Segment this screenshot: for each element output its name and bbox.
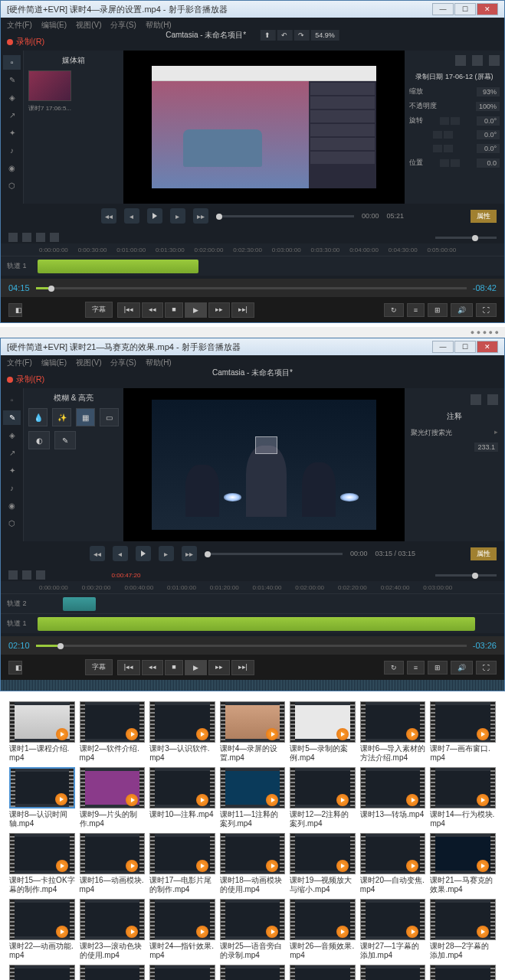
- record-button[interactable]: 录制(R): [7, 374, 44, 385]
- video-thumbnail[interactable]: [430, 701, 496, 743]
- tl-zoom[interactable]: [435, 237, 497, 239]
- redo-btn[interactable]: ↷: [293, 30, 309, 41]
- undo-btn[interactable]: ↶: [277, 30, 292, 41]
- video-thumbnail[interactable]: [149, 965, 215, 980]
- video-thumbnail[interactable]: [9, 833, 75, 874]
- gallery-item[interactable]: 课时12—2注释的案列.mp4: [290, 767, 356, 828]
- ext-prev[interactable]: |◂◂: [117, 660, 140, 675]
- properties-button[interactable]: 属性: [471, 547, 497, 560]
- sidebar-audio[interactable]: ♪: [3, 143, 21, 158]
- gallery-item[interactable]: 课时16—动画模块.mp4: [80, 833, 146, 894]
- timeline-track-1[interactable]: 轨道 1: [1, 613, 504, 633]
- video-thumbnail[interactable]: [9, 899, 75, 940]
- zoom-level[interactable]: 54.9%: [310, 30, 339, 41]
- menu-view[interactable]: 视图(V): [76, 20, 101, 31]
- video-thumbnail[interactable]: [360, 833, 426, 874]
- prev-button[interactable]: ◂◂: [101, 208, 116, 224]
- gallery-item[interactable]: 课时18—动画模块的使用.mp4: [220, 833, 286, 894]
- props-tab-2[interactable]: [472, 55, 483, 66]
- video-thumbnail[interactable]: [80, 833, 146, 874]
- sidebar-annotation[interactable]: ✎: [3, 410, 21, 425]
- sidebar-visual[interactable]: ◉: [3, 161, 21, 175]
- ext-prev[interactable]: |◂◂: [117, 302, 140, 318]
- gallery-item[interactable]: 课时3—认识软件.mp4: [149, 701, 215, 763]
- menu-edit[interactable]: 编辑(E): [41, 20, 67, 31]
- video-thumbnail[interactable]: [290, 767, 356, 808]
- menu-edit[interactable]: 编辑(E): [41, 358, 67, 368]
- ext-rewind[interactable]: ◂◂: [142, 660, 163, 675]
- ext-forward[interactable]: ▸▸: [208, 660, 230, 675]
- gallery-item[interactable]: 课时23—滚动色块的使用.mp4: [80, 899, 146, 960]
- subtitle-button[interactable]: 字幕: [85, 302, 113, 318]
- maximize-button[interactable]: ☐: [454, 3, 476, 15]
- props-tab-1[interactable]: [455, 55, 466, 66]
- next-button[interactable]: ▸▸: [182, 546, 197, 561]
- timeline-track-2[interactable]: 轨道 2: [1, 593, 504, 613]
- menu-view[interactable]: 视图(V): [76, 358, 101, 368]
- video-thumbnail[interactable]: [149, 701, 215, 743]
- sidebar-media[interactable]: ▫: [3, 55, 21, 70]
- gallery-item[interactable]: 课时21—马赛克的效果.mp4: [430, 833, 496, 894]
- fx-focus[interactable]: ▭: [100, 408, 119, 426]
- timeline-ruler[interactable]: 0:00:00:000:00:20:000:00:40:00 0:01:00:0…: [1, 581, 504, 593]
- gallery-item[interactable]: 课时7—画布窗口.mp4: [430, 701, 496, 763]
- video-thumbnail[interactable]: [9, 701, 75, 743]
- gallery-item[interactable]: 课时33—标记的使用.mp4: [290, 965, 356, 980]
- tl-zoom[interactable]: [435, 574, 497, 577]
- gallery-item[interactable]: 课时20—自动变焦.mp4: [360, 833, 426, 894]
- ext-scrubber[interactable]: [36, 645, 467, 647]
- sidebar-media[interactable]: ▫: [3, 393, 21, 407]
- record-button[interactable]: 录制(R): [7, 36, 44, 47]
- gallery-item[interactable]: 课时24—指针效果.mp4: [149, 899, 215, 960]
- video-thumbnail[interactable]: [80, 701, 146, 743]
- sidebar-audio[interactable]: ♪: [3, 481, 21, 495]
- gallery-item[interactable]: 课时19—视频放大与缩小.mp4: [290, 833, 356, 894]
- ext-fullscreen[interactable]: ⛶: [476, 661, 497, 675]
- gallery-item[interactable]: 课时29—1视觉效果的使用.mp4: [9, 965, 75, 980]
- ext-volume[interactable]: 🔊: [451, 303, 473, 317]
- fx-spotlight[interactable]: ◐: [28, 431, 50, 449]
- fx-pen[interactable]: ✎: [54, 431, 76, 449]
- opacity-value[interactable]: 100%: [476, 102, 500, 111]
- step-back-button[interactable]: ◂: [124, 208, 139, 224]
- tl-tool-1[interactable]: [8, 233, 18, 242]
- video-thumbnail[interactable]: [149, 833, 215, 874]
- sidebar-cursor[interactable]: ✦: [3, 463, 21, 478]
- maximize-button[interactable]: ☐: [454, 341, 476, 353]
- sidebar-interact[interactable]: ⬡: [3, 516, 21, 531]
- step-fwd-button[interactable]: ▸: [170, 208, 185, 224]
- titlebar[interactable]: [硬件简道+EVR] 课时21—马赛克的效果.mp4 - 射手影音播放器 — ☐…: [1, 338, 504, 355]
- video-thumbnail[interactable]: [360, 899, 426, 940]
- step-back-button[interactable]: ◂: [113, 546, 128, 561]
- ext-scrubber[interactable]: [36, 287, 467, 289]
- preview-canvas[interactable]: [123, 51, 405, 204]
- video-thumbnail[interactable]: [220, 833, 286, 874]
- sidebar-annotation[interactable]: ✎: [3, 73, 21, 87]
- menu-file[interactable]: 文件(F): [7, 20, 32, 31]
- video-thumbnail[interactable]: [360, 767, 426, 808]
- ext-play[interactable]: ▶: [185, 660, 207, 675]
- timeline-track[interactable]: 轨道 1: [1, 256, 504, 276]
- video-thumbnail[interactable]: [80, 899, 146, 940]
- video-thumbnail[interactable]: [430, 899, 496, 940]
- ext-volume[interactable]: 🔊: [451, 661, 473, 675]
- ext-menu-icon[interactable]: ◧: [8, 303, 22, 317]
- annot-section[interactable]: 聚光灯搜索光: [411, 428, 498, 438]
- props-tab-1[interactable]: [471, 394, 481, 405]
- gallery-item[interactable]: 课时35—ppt的录制方法1.mp4: [430, 965, 496, 980]
- gallery-item[interactable]: 课时15—卡拉OK字幕的制作.mp4: [9, 833, 75, 894]
- timeline-ruler[interactable]: 0:00:00:000:00:30:000:01:00:00 0:01:30:0…: [1, 243, 504, 256]
- gallery-item[interactable]: 课时22—动画功能.mp4: [9, 899, 75, 960]
- prev-button[interactable]: ◂◂: [90, 546, 105, 561]
- tl-tool-2[interactable]: [22, 233, 31, 242]
- sidebar-cursor[interactable]: ✦: [3, 126, 21, 140]
- gallery-item[interactable]: 课时10—注释.mp4: [149, 767, 215, 828]
- tl-tool-cut[interactable]: [50, 233, 59, 242]
- minimize-button[interactable]: —: [432, 341, 454, 353]
- video-thumbnail[interactable]: [290, 833, 356, 874]
- video-thumbnail[interactable]: [220, 965, 286, 980]
- timeline-clip-video[interactable]: [38, 617, 475, 631]
- gallery-item[interactable]: 课时30—2视觉效果的使用.mp4: [80, 965, 146, 980]
- tl-tool-2[interactable]: [22, 570, 31, 580]
- next-button[interactable]: ▸▸: [193, 208, 208, 224]
